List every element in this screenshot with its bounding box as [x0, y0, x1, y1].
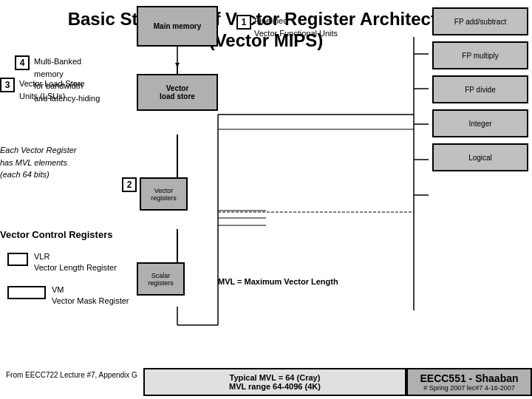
each-vector-register-text: Each Vector Register has MVL elements (e…: [0, 144, 77, 181]
vlr-text: VLR Vector Length Register: [34, 251, 117, 274]
number-1: 1: [236, 15, 251, 30]
fp-divide-box: FP divide: [432, 75, 528, 103]
mvl-label: MVL = Maximum Vector Length: [218, 277, 338, 286]
vector-registers-box: Vector registers: [140, 177, 188, 211]
vector-registers-section: 2 Vector registers: [122, 177, 188, 211]
main-memory-box: Main memory: [137, 6, 218, 47]
number-4: 4: [15, 55, 30, 70]
vector-load-store-box: Vector load store: [137, 74, 218, 111]
bottom-bar: From EECC722 Lecture #7, Appendix G Typi…: [0, 368, 532, 396]
from-text: From EECC722 Lecture #7, Appendix G: [0, 368, 143, 396]
vector-load-store-section: 3 Vector Load-Store Units (LSUs): [0, 78, 85, 102]
eecc-box: EECC551 - Shaaban # Spring 2007 lec#7 4-…: [406, 368, 532, 396]
vector-control-registers-label: Vector Control Registers: [0, 229, 112, 240]
vm-section: VM Vector Mask Register: [7, 284, 129, 307]
vlr-section: VLR Vector Length Register: [7, 251, 117, 274]
scalar-registers-box: Scalar registers: [137, 262, 185, 296]
number-2: 2: [122, 177, 137, 192]
eecc-subtitle: # Spring 2007 lec#7 4-16-2007: [423, 384, 515, 392]
number-3: 3: [0, 78, 15, 92]
pipelined-text: Pipelined Vector Functional Units: [254, 15, 338, 39]
eecc-title: EECC551 - Shaaban: [420, 372, 518, 384]
mvl-info-box: Typical MVL = 64 (Cray)MVL range 64-4096…: [143, 368, 406, 396]
logical-box: Logical: [432, 143, 528, 171]
vector-load-store-text: Vector Load-Store Units (LSUs): [19, 78, 85, 102]
fp-multiply-box: FP multiply: [432, 41, 528, 69]
vm-text: VM Vector Mask Register: [52, 284, 129, 307]
fp-add-subtract-box: FP add/subtract: [432, 7, 528, 35]
svg-marker-22: [175, 63, 180, 67]
slide: Basic Structure of Vector Register Archi…: [0, 0, 532, 399]
vlr-rect: [7, 253, 28, 266]
vm-rect: [7, 286, 46, 299]
pipelined-section: 1 Pipelined Vector Functional Units: [236, 15, 338, 39]
integer-box: Integer: [432, 109, 528, 137]
fp-boxes-panel: FP add/subtract FP multiply FP divide In…: [432, 7, 528, 171]
